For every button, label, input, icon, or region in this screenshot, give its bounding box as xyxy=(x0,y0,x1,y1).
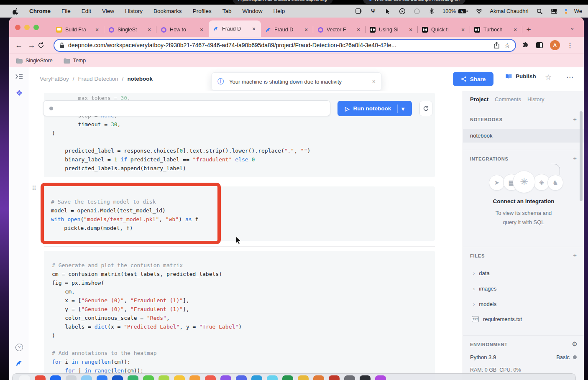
tab-close-icon[interactable]: × xyxy=(407,26,414,33)
tab-close-icon[interactable]: × xyxy=(94,26,100,33)
tab-turbocharge[interactable]: Turboch × xyxy=(470,23,522,37)
dock-app-icon-1[interactable] xyxy=(35,375,46,380)
tab-comments[interactable]: Comments xyxy=(495,96,521,102)
zoom-window-button[interactable] xyxy=(33,25,39,30)
dock-app-icon-18[interactable] xyxy=(298,375,309,380)
tab-close-icon[interactable]: × xyxy=(355,26,362,33)
dock-app-icon-0[interactable] xyxy=(19,375,30,380)
notebook-list-item[interactable]: notebook xyxy=(463,129,584,143)
minimize-window-button[interactable] xyxy=(24,25,30,30)
tab-fraud-detection-active[interactable]: Fraud D × xyxy=(209,20,261,37)
integration-snowflake-icon[interactable]: ✳ xyxy=(513,171,535,193)
add-integration-button[interactable]: + xyxy=(573,155,577,162)
dock-app-icon-10[interactable] xyxy=(174,375,185,380)
dock-app-icon-17[interactable] xyxy=(282,375,293,380)
code-cell-confusion-matrix[interactable]: # Generate and plot the confusion matrix… xyxy=(44,251,435,380)
dock-app-icon-11[interactable] xyxy=(189,375,200,380)
tab-vector-functions[interactable]: Vector F × xyxy=(313,23,366,37)
dock-app-icon-20[interactable] xyxy=(329,375,340,380)
dock-app-icon-22[interactable] xyxy=(360,375,371,380)
chrome-menu-icon[interactable]: ⋮ xyxy=(567,41,573,49)
python-version[interactable]: Python 3.9 xyxy=(470,354,496,360)
dock-app-icon-7[interactable] xyxy=(128,375,138,380)
publish-button[interactable]: Publish xyxy=(505,73,536,79)
folder-row-data[interactable]: › data xyxy=(473,270,490,276)
dock-app-icon-12[interactable] xyxy=(205,375,216,380)
bluetooth-icon[interactable] xyxy=(428,8,435,15)
battery-status[interactable]: 100% ϟ xyxy=(442,8,468,14)
breadcrumb-notebook[interactable]: notebook xyxy=(127,76,153,82)
tab-history[interactable]: History xyxy=(527,96,544,102)
bookmark-folder-singlestore[interactable]: SingleStore xyxy=(16,58,53,64)
add-file-button[interactable]: + xyxy=(573,252,577,259)
tab-using-singlestore[interactable]: Using Si × xyxy=(366,23,418,37)
help-icon[interactable]: ? xyxy=(9,343,29,351)
url-text[interactable]: deepnote.com/workspace/veryfatboy-2f930b… xyxy=(68,42,490,48)
tab-search-chevron-icon[interactable]: ⌄ xyxy=(570,24,575,31)
dock-app-icon-3[interactable] xyxy=(66,375,77,380)
menubar-clock[interactable]: We xyxy=(574,8,582,14)
folder-row-images[interactable]: › images xyxy=(473,286,496,292)
new-tab-button[interactable]: + xyxy=(522,23,535,37)
menubar-item-view[interactable]: View xyxy=(102,8,114,14)
menubar-item-tab[interactable]: Tab xyxy=(222,8,232,14)
tab-close-icon[interactable]: × xyxy=(251,26,257,32)
dock-app-icon-4[interactable] xyxy=(81,375,92,380)
lock-icon[interactable] xyxy=(59,42,64,48)
dock-app-icon-9[interactable] xyxy=(159,375,169,380)
address-bar[interactable]: deepnote.com/workspace/veryfatboy-2f930b… xyxy=(54,39,516,52)
toast-close-icon[interactable]: × xyxy=(372,78,376,85)
extensions-puzzle-icon[interactable] xyxy=(522,42,529,49)
prompt-input[interactable] xyxy=(43,100,330,116)
dock-app-icon-8[interactable] xyxy=(143,375,154,380)
run-notebook-button[interactable]: ▷ Run notebook ▾ xyxy=(337,101,412,116)
dock-app-icon-21[interactable] xyxy=(344,375,355,380)
display-icon[interactable] xyxy=(355,8,362,15)
wifi-icon[interactable] xyxy=(475,8,483,15)
dock-app-icon-5[interactable] xyxy=(97,375,107,380)
menubar-item-bookmarks[interactable]: Bookmarks xyxy=(153,8,182,14)
add-notebook-button[interactable]: + xyxy=(573,115,577,122)
table-of-contents-icon[interactable] xyxy=(9,73,29,80)
menubar-item-window[interactable]: Window xyxy=(242,8,262,14)
tab-singlestore[interactable]: SingleSt × xyxy=(104,23,156,37)
menubar-item-history[interactable]: History xyxy=(125,8,143,14)
bookmark-folder-temp[interactable]: Temp xyxy=(64,58,86,64)
dock-app-icon-2[interactable] xyxy=(50,375,61,380)
screen-mirroring-icon[interactable] xyxy=(413,8,421,15)
macos-dock[interactable] xyxy=(12,373,576,380)
integration-postgres-icon[interactable]: ♞ xyxy=(547,175,563,191)
file-row-requirements[interactable]: TXT requirements.txt xyxy=(472,316,522,322)
dock-app-icon-13[interactable] xyxy=(220,375,231,380)
share-page-icon[interactable] xyxy=(494,42,499,48)
sidebar-scrollbar[interactable] xyxy=(580,111,583,201)
tab-close-icon[interactable]: × xyxy=(146,26,153,33)
dock-app-icon-14[interactable] xyxy=(236,375,247,380)
gear-icon[interactable]: ⚙ xyxy=(572,340,578,348)
menubar-item-edit[interactable]: Edit xyxy=(82,8,91,14)
tab-fraud-detection-2[interactable]: Fraud D × xyxy=(261,23,313,37)
tab-quick-tips[interactable]: Quick ti × xyxy=(418,23,470,37)
tab-close-icon[interactable]: × xyxy=(303,26,309,33)
menubar-item-help[interactable]: Help xyxy=(273,8,285,14)
dock-app-icon-19[interactable] xyxy=(313,375,324,380)
dock-app-icon-23[interactable] xyxy=(375,375,386,380)
tab-project[interactable]: Project xyxy=(470,96,488,102)
run-options-chevron-icon[interactable]: ▾ xyxy=(401,105,404,112)
bookmark-star-icon[interactable]: ☆ xyxy=(504,41,510,49)
control-center-icon[interactable] xyxy=(550,8,558,15)
tab-close-icon[interactable]: × xyxy=(460,26,466,33)
menubar-item-file[interactable]: File xyxy=(61,8,71,14)
pointer-icon[interactable] xyxy=(384,8,391,15)
deepnote-logo-icon[interactable] xyxy=(9,359,29,367)
forward-button[interactable]: → xyxy=(25,41,38,50)
breadcrumb-workspace[interactable]: VeryFatBoy xyxy=(40,76,69,82)
chevron-right-icon[interactable]: › xyxy=(473,286,475,292)
play-circle-icon[interactable] xyxy=(399,8,406,15)
tab-build-fraud[interactable]: Build Fra × xyxy=(52,23,104,37)
menubar-item-profiles[interactable]: Profiles xyxy=(193,8,212,14)
dock-app-icon-6[interactable] xyxy=(112,375,123,380)
chevron-right-icon[interactable]: › xyxy=(473,301,475,307)
dock-app-icon-15[interactable] xyxy=(251,375,262,380)
breadcrumb-project[interactable]: Fraud Detection xyxy=(78,76,118,82)
